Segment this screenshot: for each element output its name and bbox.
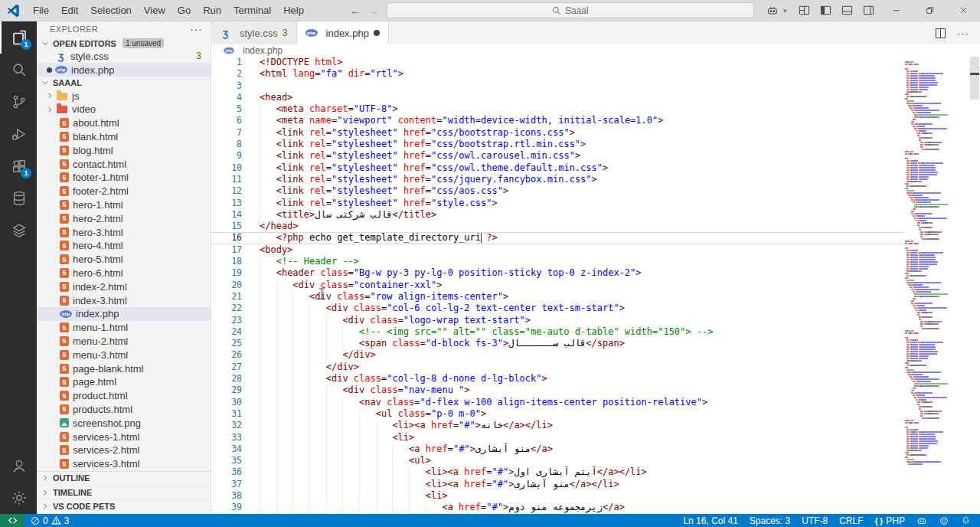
file-menu-2.html[interactable]: 5menu-2.html — [37, 335, 211, 349]
toggle-sidebar-icon[interactable] — [815, 2, 836, 20]
file-product.html[interactable]: 5product.html — [37, 389, 211, 403]
editor-more-icon[interactable]: ··· — [957, 28, 969, 39]
menu-terminal[interactable]: Terminal — [227, 2, 277, 19]
restore-button[interactable] — [913, 0, 946, 21]
code-line-35[interactable]: 35 <ul> — [211, 455, 903, 466]
folder-js[interactable]: js — [37, 89, 211, 103]
problems-status[interactable]: 0 3 — [31, 516, 69, 526]
command-center-search[interactable]: Saaal — [387, 2, 754, 18]
menu-view[interactable]: View — [138, 2, 172, 19]
activitybar-settings[interactable] — [0, 482, 37, 514]
file-hero-6.html[interactable]: 5hero-6.html — [37, 267, 211, 280]
customize-layout-icon[interactable] — [793, 2, 815, 20]
code-editor[interactable]: 1<!DOCTYPE html>2<html lang="fa" dir="rt… — [211, 57, 903, 514]
code-line-8[interactable]: 8 <link rel="stylesheet" href="css/boots… — [211, 139, 903, 150]
code-line-7[interactable]: 7 <link rel="stylesheet" href="css/boots… — [211, 127, 903, 139]
section-outline[interactable]: OUTLINE — [37, 472, 211, 486]
file-blank.html[interactable]: 5blank.html — [37, 130, 211, 144]
language-status[interactable]: { } PHP — [875, 516, 905, 526]
activitybar-run-debug[interactable] — [0, 118, 37, 150]
activitybar-search[interactable] — [0, 54, 37, 86]
file-index-3.html[interactable]: 5index-3.html — [37, 293, 211, 307]
code-line-5[interactable]: 5 <meta charset="UTF-8"> — [211, 103, 903, 115]
file-contact.html[interactable]: 5contact.html — [37, 157, 211, 171]
code-line-18[interactable]: 18 <!-- Header --> — [211, 256, 903, 267]
section-timeline[interactable]: TIMELINE — [37, 486, 211, 500]
explorer-more-icon[interactable]: ··· — [190, 23, 203, 35]
file-blog.html[interactable]: 5blog.html — [37, 143, 211, 157]
code-line-19[interactable]: 19 <header class="Bg-w py-3 py-lg-0 posi… — [211, 267, 903, 279]
scrollbar-thumb[interactable] — [970, 57, 979, 100]
menu-selection[interactable]: Selection — [84, 2, 137, 19]
file-about.html[interactable]: 5about.html — [37, 116, 211, 130]
section-vs-code-pets[interactable]: VS CODE PETS — [37, 500, 211, 515]
activitybar-layers[interactable] — [0, 214, 37, 247]
code-line-32[interactable]: 32 <li><a href="#">خانه</a></li> — [211, 420, 903, 431]
code-line-28[interactable]: 28 <div class="col-lg-8 d-none d-lg-bloc… — [211, 373, 903, 385]
code-line-11[interactable]: 11 <link rel="stylesheet" href="css/jque… — [211, 174, 903, 185]
code-line-25[interactable]: 25 <span class="d-block fs-3">قالب ســــ… — [211, 338, 903, 349]
code-line-10[interactable]: 10 <link rel="stylesheet" href="css/owl.… — [211, 162, 903, 174]
menu-run[interactable]: Run — [197, 2, 227, 19]
code-line-1[interactable]: 1<!DOCTYPE html> — [211, 57, 903, 68]
file-hero-4.html[interactable]: 5hero-4.html — [37, 239, 211, 253]
close-window-button[interactable] — [946, 0, 980, 21]
activitybar-source-control[interactable] — [0, 86, 37, 118]
remote-indicator[interactable] — [0, 514, 24, 527]
tab-style-css[interactable]: ʒ style.css 3 — [211, 21, 297, 44]
cursor-position-status[interactable]: Ln 16, Col 41 — [683, 516, 737, 526]
code-line-31[interactable]: 31 <ul class="p-0 m-0"> — [211, 408, 903, 420]
code-line-24[interactable]: 24 <!-- <img src="" alt="" class="me-aut… — [211, 326, 903, 338]
code-line-3[interactable]: 3 — [211, 80, 903, 92]
code-line-34[interactable]: 34 <a href="#">منو آبشاری</a> — [211, 444, 903, 455]
file-screenshot.png[interactable]: screenshot.png — [37, 416, 211, 430]
file-footer-2.html[interactable]: 5footer-2.html — [37, 185, 211, 198]
notifications-bell-icon[interactable] — [961, 516, 971, 525]
file-hero-1.html[interactable]: 5hero-1.html — [37, 198, 211, 212]
code-line-17[interactable]: 17<body> — [211, 244, 903, 256]
copilot-icon[interactable] — [762, 2, 783, 20]
indentation-status[interactable]: Spaces: 3 — [750, 516, 790, 526]
code-line-27[interactable]: 27 </div> — [211, 362, 903, 373]
file-index.php[interactable]: phpindex.php — [37, 307, 211, 321]
code-line-26[interactable]: 26 </div> — [211, 349, 903, 361]
feedback-smiley-icon[interactable] — [939, 516, 949, 526]
minimize-button[interactable] — [879, 0, 913, 21]
open-editor-style.css[interactable]: ʒstyle.css3 — [37, 50, 211, 64]
code-line-6[interactable]: 6 <meta name="viewport" content="width=d… — [211, 115, 903, 126]
file-hero-5.html[interactable]: 5hero-5.html — [37, 253, 211, 267]
toggle-panel-icon[interactable] — [836, 2, 858, 20]
forward-arrow-icon[interactable]: → — [368, 5, 379, 17]
file-services-1.html[interactable]: 5services-1.html — [37, 430, 211, 444]
file-hero-2.html[interactable]: 5hero-2.html — [37, 211, 211, 225]
code-line-22[interactable]: 22 <div class="col-6 col-lg-2 text-cente… — [211, 303, 903, 314]
menu-help[interactable]: Help — [277, 2, 310, 19]
activitybar-database[interactable] — [0, 182, 37, 214]
tab-index-php[interactable]: php index.php — [297, 21, 389, 44]
file-index-2.html[interactable]: 5index-2.html — [37, 280, 211, 293]
split-editor-icon[interactable] — [935, 28, 946, 39]
code-line-33[interactable]: 33 <li> — [211, 432, 903, 444]
code-line-21[interactable]: 21 <div class="row align-items-center"> — [211, 291, 903, 303]
code-line-13[interactable]: 13 <link rel="stylesheet" href="style.cs… — [211, 198, 903, 209]
code-line-37[interactable]: 37 <li><a href="#">منو آبشاری</a></li> — [211, 479, 903, 490]
open-editor-index.php[interactable]: phpindex.php — [37, 63, 211, 77]
code-line-2[interactable]: 2<html lang="fa" dir="rtl"> — [211, 68, 903, 80]
code-line-4[interactable]: 4<head> — [211, 92, 903, 103]
code-line-38[interactable]: 38 <li> — [211, 490, 903, 502]
code-line-15[interactable]: 15</head> — [211, 221, 903, 232]
code-line-30[interactable]: 30 <nav class="d-flex w-100 align-items-… — [211, 397, 903, 408]
code-line-23[interactable]: 23 <div class="logo-wrap text-start"> — [211, 315, 903, 326]
code-line-12[interactable]: 12 <link rel="stylesheet" href="css/aos.… — [211, 185, 903, 197]
toggle-secondary-sidebar-icon[interactable] — [858, 2, 879, 20]
encoding-status[interactable]: UTF-8 — [802, 516, 828, 526]
workspace-header[interactable]: SAAAL — [37, 77, 211, 89]
code-line-20[interactable]: 20 <div class="container-xxl"> — [211, 280, 903, 291]
file-hero-3.html[interactable]: 5hero-3.html — [37, 225, 211, 239]
code-line-29[interactable]: 29 <div class="nav-menu "> — [211, 385, 903, 396]
file-services-3.html[interactable]: 5services-3.html — [37, 457, 211, 471]
file-menu-1.html[interactable]: 5menu-1.html — [37, 321, 211, 335]
menu-file[interactable]: File — [27, 2, 55, 19]
code-line-36[interactable]: 36 <li><a href="#">آیتم آبشاری اول</a></… — [211, 466, 903, 478]
file-page.html[interactable]: 5page.html — [37, 375, 211, 389]
